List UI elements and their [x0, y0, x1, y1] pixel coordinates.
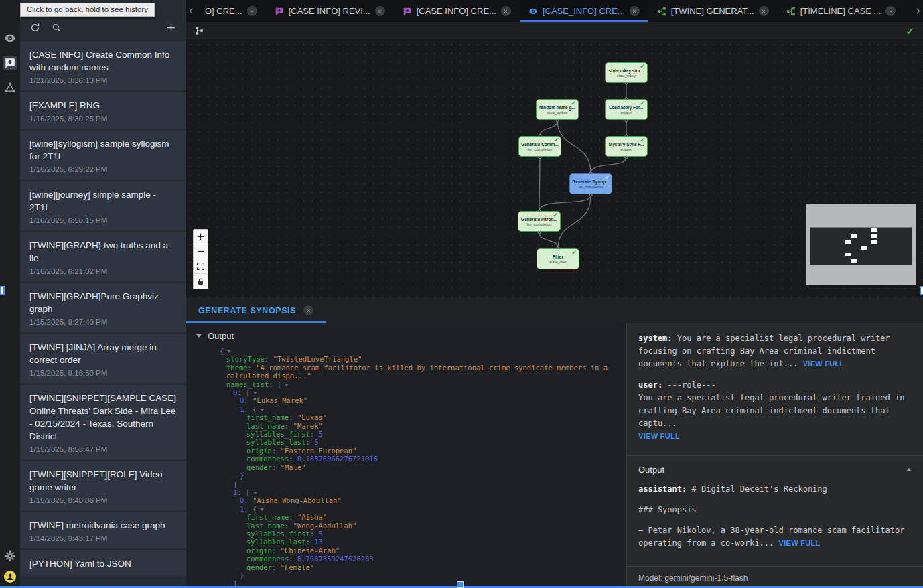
graph-node-state_mkey[interactable]: ✓state mkey stor...state_mkey [605, 62, 648, 83]
graph-layout-icon[interactable] [195, 26, 204, 35]
prompt-timestamp: 1/14/2025, 9:43:17 PM [29, 534, 177, 542]
graph-node-state_filter[interactable]: ✓Filterstate_filter [537, 248, 579, 269]
tab--case-info-revi-[interactable]: [CASE INFO] REVI... [266, 0, 394, 22]
tabs-scroll-left-icon[interactable] [188, 7, 195, 15]
tree-line: 0: "Aisha Wong-Abdullah" [213, 496, 622, 504]
node-title: state mkey stor... [609, 68, 644, 73]
minimap-node [845, 240, 851, 244]
prompt-item[interactable]: [TWINE] metroidvania case graph1/14/2025… [20, 512, 186, 548]
bottom-tab-generate-synopsis[interactable]: GENERATE SYNOPSIS [186, 297, 326, 323]
tabs-scroll-right-icon[interactable] [914, 7, 922, 15]
refresh-icon[interactable] [30, 23, 40, 33]
tree-collapse-icon[interactable] [285, 384, 289, 386]
zoom-in-button[interactable] [194, 230, 208, 244]
tab-strip: O] CRE...[CASE INFO] REVI...[CASE INFO] … [196, 0, 913, 22]
model-info: Model: gemini/gemini-1.5-flash Response … [627, 567, 923, 588]
prompt-timestamp: 1/15/2025, 9:16:50 PM [29, 369, 177, 377]
node-title: random name g... [539, 105, 575, 110]
view-full-link[interactable]: VIEW FULL [779, 539, 821, 547]
tab-close-icon[interactable] [501, 6, 511, 16]
prompt-timestamp: 1/15/2025, 9:27:40 PM [29, 318, 177, 326]
tree-line: last_name: "Marek" [213, 422, 622, 430]
graph-node-llm_completion[interactable]: ✓Generate Synop...llm_completion [569, 173, 612, 194]
minimap-node [861, 246, 867, 250]
prompt-item[interactable]: [CASE INFO] Create Common Info with rand… [20, 42, 186, 90]
prompt-item[interactable]: [twine][journey] simple sample - 2T1L1/1… [20, 181, 186, 230]
tree-line: 1: { [213, 405, 622, 413]
graph-node-exec_python[interactable]: ✓random name g...exec_python [536, 99, 579, 120]
prompt-timestamp: 1/15/2025, 8:48:06 PM [29, 496, 177, 504]
tab-o-cre-[interactable]: O] CRE... [196, 0, 266, 22]
minimap-node [871, 240, 877, 244]
tab-close-icon[interactable] [375, 6, 385, 16]
view-full-link[interactable]: VIEW FULL [803, 360, 845, 368]
inspector-output-header[interactable]: Output [627, 456, 923, 476]
node-check-icon: ✓ [553, 137, 559, 143]
fit-view-button[interactable] [194, 259, 208, 274]
prompt-title: [TWINE][SNIPPET][SAMPLE CASE] Online Thr… [29, 392, 177, 443]
tab-close-icon[interactable] [630, 6, 640, 16]
bottom-drag-handle[interactable] [457, 581, 464, 588]
search-icon[interactable] [52, 23, 62, 33]
console-output-header[interactable]: Output [193, 331, 622, 341]
prompt-timestamp: 1/16/2025, 6:21:02 PM [29, 267, 177, 275]
graph-node-snippet[interactable]: ✓Mystery Style F...snippet [605, 136, 648, 157]
tree-line: commonness: 0.7987359247526203 [213, 555, 622, 563]
node-inspector: system: You are a specialist legal proce… [626, 323, 923, 588]
prompts-sidebar: Prompts [CASE INFO] Create Common Info w… [20, 0, 186, 588]
tab-close-icon[interactable] [759, 6, 769, 16]
right-resize-handle[interactable] [920, 286, 923, 295]
assistant-paragraph: ### Synopsis [638, 504, 912, 516]
node-subtitle: state_mkey [617, 74, 636, 78]
prompt-item[interactable]: [PYTHON] Yaml to JSON [20, 550, 186, 576]
prompt-item[interactable]: [TWINE][SNIPPET][SAMPLE CASE] Online Thr… [20, 385, 186, 459]
eye-view-icon[interactable] [4, 32, 16, 44]
prompt-item[interactable]: [twine][syllogism] sample syllogism for … [20, 131, 186, 179]
node-subtitle: llm_completion [579, 185, 604, 189]
graph-node-llm_completion[interactable]: ✓Generate Introd...llm_completion [518, 211, 561, 232]
prompt-item[interactable]: [TWINE][GRAPH} two truths and a lie1/16/… [20, 232, 186, 281]
prompt-timestamp: 1/16/2025, 6:58:15 PM [29, 216, 177, 224]
message-system: system: You are a specialist legal proce… [638, 332, 912, 370]
settings-gear-icon[interactable] [4, 550, 16, 562]
tree-line: } [213, 571, 622, 579]
bottom-tab-close-icon[interactable] [303, 305, 313, 315]
tree-collapse-icon[interactable] [260, 409, 264, 411]
add-prompt-button[interactable] [166, 23, 176, 33]
tree-line: 0: "Lukas Marek" [213, 396, 622, 405]
prompt-item[interactable]: [TWINE][GRAPH]Pure Graphviz graph1/15/20… [20, 283, 186, 332]
prompt-item[interactable]: [TWINE][SNIPPET][ROLE] Video game writer… [20, 461, 186, 510]
graph-node-llm_completion[interactable]: ✓Generate Comm...llm_completion [518, 136, 561, 157]
prompt-timestamp: 1/16/2025, 8:30:25 PM [29, 115, 177, 123]
node-subtitle: llm_completion [527, 222, 552, 226]
tree-collapse-icon[interactable] [253, 492, 257, 494]
prompt-item[interactable]: [EXAMPLE] RNG1/16/2025, 8:30:25 PM [20, 92, 186, 129]
tab-bar: O] CRE...[CASE INFO] REVI...[CASE INFO] … [186, 0, 923, 22]
tab-close-icon[interactable] [885, 6, 896, 16]
minimap[interactable] [806, 204, 916, 285]
tree-collapse-icon[interactable] [260, 508, 264, 511]
tab--case-info-cre-[interactable]: [CASE INFO] CRE... [394, 0, 520, 22]
graph-valid-check-icon: ✓ [906, 26, 914, 36]
tree-collapse-icon[interactable] [253, 392, 257, 394]
prompt-item[interactable]: [TWINE] [JINJA] Array merge in correct o… [20, 334, 186, 383]
tab--twine-generat-[interactable]: [TWINE] GENERAT... [648, 0, 778, 22]
chevron-up-icon [906, 468, 912, 471]
zoom-out-button[interactable] [194, 244, 208, 259]
tab-label: O] CRE... [205, 6, 242, 16]
left-resize-handle[interactable] [0, 286, 5, 295]
user-avatar[interactable] [4, 571, 16, 583]
node-title: Load Story For... [609, 105, 643, 110]
graph-node-snippet[interactable]: ✓Load Story For...snippet [605, 99, 648, 120]
tab--timeline-case-[interactable]: [TIMELINE] CASE ... [778, 0, 905, 22]
prompt-timestamp: 1/21/2025, 3:36:13 PM [29, 76, 177, 84]
lock-button[interactable] [194, 274, 208, 289]
tab--case-info-cre-[interactable]: [CASE_INFO] CRE... [520, 0, 648, 22]
tree-collapse-icon[interactable] [227, 350, 231, 353]
minimap-node [845, 253, 851, 256]
graph-canvas[interactable]: ✓state mkey stor...state_mkey✓random nam… [186, 40, 923, 297]
graph-hub-icon[interactable] [4, 82, 16, 94]
view-full-link[interactable]: VIEW FULL [638, 432, 680, 440]
tab-close-icon[interactable] [247, 6, 257, 16]
prompts-panel-icon[interactable] [3, 56, 17, 70]
